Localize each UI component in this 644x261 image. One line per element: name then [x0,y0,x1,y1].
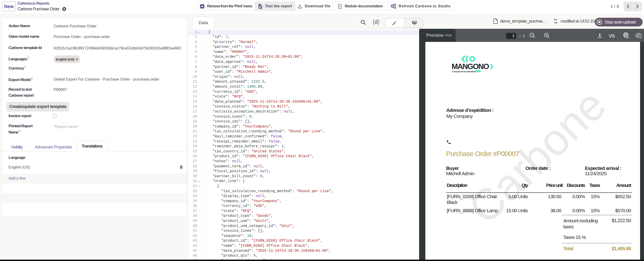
svg-text:EN: EN [626,36,629,39]
